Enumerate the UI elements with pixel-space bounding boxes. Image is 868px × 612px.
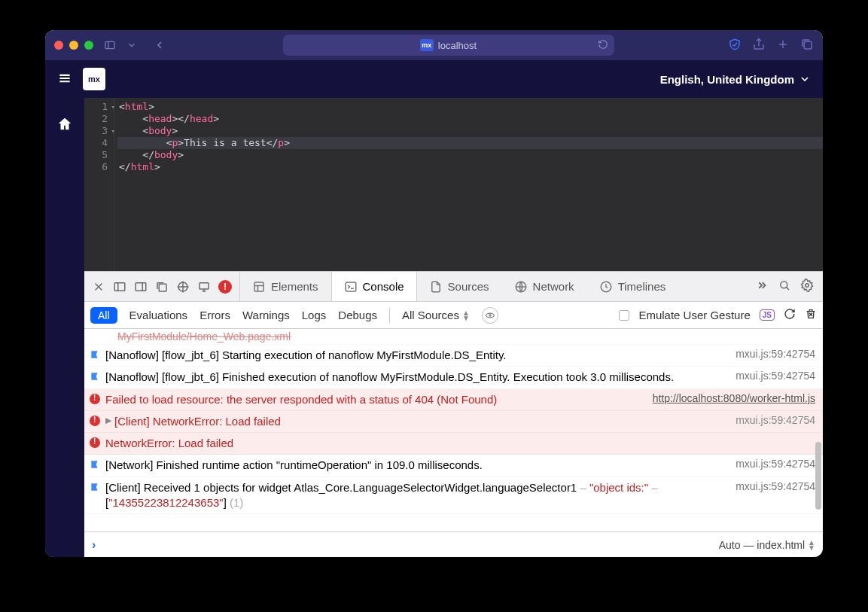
scrollbar-thumb[interactable] [815,442,821,510]
console-row[interactable]: [Nanoflow] [flow_jbt_6] Finished executi… [84,367,823,388]
code-line[interactable]: <html> [117,101,823,113]
sources-select[interactable]: All Sources ▲▼ [402,309,470,321]
emulate-label: Emulate User Gesture [638,309,750,321]
back-button[interactable] [151,36,169,54]
filter-all[interactable]: All [90,307,117,324]
disclosure-triangle-icon[interactable]: ▶ [105,416,111,425]
devtools-tabs-right [746,272,823,301]
console-message: [Nanoflow] [flow_jbt_6] Finished executi… [105,370,726,385]
dock-left-icon[interactable] [113,280,126,294]
live-expression-icon[interactable] [482,307,498,324]
source-link[interactable]: http://localhost:8080/worker-html.js [653,392,815,404]
dock-right-icon[interactable] [134,280,148,294]
svg-point-31 [806,284,809,288]
device-icon[interactable] [197,280,211,294]
console-row[interactable]: NetworkError: Load failed [84,433,823,455]
code-editor[interactable]: 123456 <html> <head></head> <body> <p>Th… [84,98,823,271]
tab-timelines[interactable]: Timelines [587,272,679,301]
info-icon [89,371,101,382]
svg-rect-13 [136,282,146,291]
menu-icon[interactable] [57,71,72,88]
editor-code[interactable]: <html> <head></head> <body> <p>This is a… [114,98,823,271]
titlebar-right [728,38,814,53]
minimize-window-button[interactable] [69,41,78,50]
console-message: NetworkError: Load failed [105,436,815,451]
source-location[interactable]: mxui.js:59:42754 [736,348,815,360]
svg-rect-19 [199,282,209,288]
tabs-overview-icon[interactable] [800,38,814,53]
reload-icon[interactable] [598,39,608,52]
more-tabs-icon[interactable] [755,279,769,294]
error-count-badge[interactable]: ! [218,280,232,294]
info-icon [89,349,101,360]
close-devtools-icon[interactable] [92,280,105,294]
reload-console-icon[interactable] [784,308,796,322]
language-selector[interactable]: English, United Kingdom [660,73,811,86]
source-location[interactable]: mxui.js:59:42754 [736,458,815,470]
sources-select-label: All Sources [402,309,459,321]
console-row[interactable]: ▶[Client] NetworkError: Load failedmxui.… [84,411,823,433]
new-tab-icon[interactable] [776,38,790,53]
console-row[interactable]: [Client] Received 1 objects for widget A… [84,477,823,515]
filter-warnings[interactable]: Warnings [242,309,290,321]
zoom-window-button[interactable] [84,41,93,50]
filter-errors[interactable]: Errors [199,309,230,321]
search-icon[interactable] [778,279,791,294]
error-icon [89,437,101,448]
updown-icon: ▲▼ [462,310,470,321]
source-location[interactable]: mxui.js:59:42754 [736,480,815,492]
tab-console-label: Console [363,280,404,293]
tab-network-label: Network [533,280,574,293]
source-location[interactable]: mxui.js:59:42754 [736,414,815,426]
context-select[interactable]: Auto — index.html ▲▼ [719,539,815,551]
mx-logo[interactable]: mx [83,68,105,90]
app-header: mx English, United Kingdom [45,60,823,98]
filter-logs[interactable]: Logs [302,309,327,321]
console-body[interactable]: MyFirstModule/Home_Web.page.xml [Nanoflo… [84,329,823,531]
svg-line-30 [787,288,789,290]
svg-rect-11 [114,282,125,291]
console-row[interactable]: [Nanoflow] [flow_jbt_6] Starting executi… [84,345,823,367]
home-icon[interactable] [56,116,73,135]
source-location[interactable]: mxui.js:59:42754 [736,370,815,382]
tab-sources[interactable]: Sources [417,272,502,301]
site-badge: mx [420,39,434,51]
chevron-down-icon [799,73,811,85]
share-icon[interactable] [752,38,766,53]
console-row[interactable]: Failed to load resource: the server resp… [84,389,823,411]
editor-wrap: 123456 <html> <head></head> <body> <p>Th… [84,98,823,557]
address-bar[interactable]: mx localhost [283,35,614,56]
console-prompt-icon[interactable]: › [92,538,96,552]
code-line[interactable]: <head></head> [117,113,823,125]
dropdown-chevron-icon[interactable] [126,36,137,54]
popout-icon[interactable] [155,280,169,294]
window-controls [54,41,93,50]
settings-gear-icon[interactable] [800,279,814,294]
tab-network[interactable]: Network [502,272,587,301]
js-badge[interactable]: JS [760,309,775,321]
tab-console[interactable]: Console [331,272,417,301]
clear-console-icon[interactable] [805,308,817,322]
console-row[interactable]: [Network] Finished runtime action "runti… [84,455,823,477]
code-line[interactable]: <body> [117,125,823,137]
shield-icon[interactable] [728,38,742,53]
code-line[interactable]: </body> [117,149,823,161]
filter-debugs[interactable]: Debugs [338,309,377,321]
filter-evaluations[interactable]: Evaluations [129,309,188,321]
close-window-button[interactable] [54,41,63,50]
tab-elements[interactable]: Elements [240,272,331,301]
emulate-checkbox[interactable] [619,310,629,321]
code-line[interactable]: <p>This is a test</p> [117,137,823,149]
updown-icon: ▲▼ [808,540,815,550]
line-number: 4 [84,137,108,149]
line-number: 6 [84,161,108,173]
sidebar-toggle-icon[interactable] [101,36,119,54]
titlebar: mx localhost [45,30,823,60]
console-message: Failed to load resource: the server resp… [105,392,644,407]
inspect-icon[interactable] [176,280,190,294]
tab-elements-label: Elements [271,280,318,293]
line-number: 5 [84,149,108,161]
svg-rect-25 [346,282,356,291]
svg-point-29 [781,282,787,288]
code-line[interactable]: </html> [117,161,823,173]
